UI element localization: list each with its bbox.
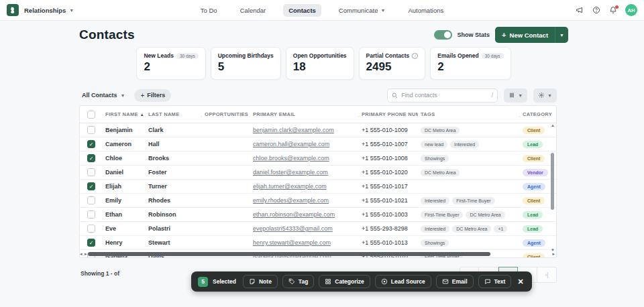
table-row[interactable]: ✓ElijahTurnerelijah.turner@example.com+1… [80, 180, 556, 194]
lead-source-action-button[interactable]: Lead Source [375, 275, 431, 288]
category-badge[interactable]: Client [523, 197, 545, 204]
tag-action-button[interactable]: Tag [282, 275, 314, 288]
tag-pill[interactable]: +1 [494, 225, 507, 233]
category-badge[interactable]: Agent [523, 183, 545, 190]
tab-communicate[interactable]: Communicate▼ [333, 4, 391, 17]
new-contact-button[interactable]: + New Contact [495, 27, 555, 43]
categorize-action-button[interactable]: Categorize [319, 275, 370, 288]
email-link[interactable]: henry.stewart@example.com [253, 239, 331, 246]
email-link[interactable]: elijah.turner@example.com [253, 183, 327, 190]
email-link[interactable]: chloe.brooks@example.com [253, 155, 329, 162]
last-page-button[interactable]: ›| [537, 267, 557, 283]
column-header-primary-email[interactable]: PRIMARY EMAIL [250, 111, 359, 117]
tag-pill[interactable]: Interested [421, 225, 449, 233]
category-badge[interactable]: Agent [523, 239, 545, 247]
row-checkbox[interactable]: ✓ [87, 182, 95, 190]
category-badge[interactable]: Lead [523, 141, 543, 148]
bell-icon[interactable] [608, 6, 617, 15]
new-contact-dropdown-button[interactable]: ▼ [555, 27, 568, 43]
settings-button[interactable]: ▼ [533, 88, 557, 103]
row-checkbox[interactable] [87, 225, 95, 233]
scroll-right-icon[interactable]: ▸ [85, 251, 87, 257]
tag-pill[interactable]: First-Time Buyer [452, 197, 494, 204]
email-link[interactable]: benjamin.clark@example.com [253, 127, 334, 133]
tag-pill[interactable]: First-Time Buyer [421, 211, 463, 219]
select-all-checkbox[interactable] [87, 111, 95, 119]
column-header-category[interactable]: CATEGORY [520, 111, 556, 117]
show-stats-toggle[interactable] [434, 30, 452, 40]
tag-pill[interactable]: Showings [421, 155, 449, 162]
vertical-scroll-thumb[interactable] [551, 153, 554, 210]
tag-pill[interactable]: Interested [450, 141, 479, 148]
megaphone-icon[interactable] [575, 6, 584, 15]
scroll-up-icon[interactable]: ▲ [551, 123, 555, 127]
tag-pill[interactable]: DC Metro Area [421, 169, 460, 176]
app-logo-icon[interactable] [7, 4, 19, 16]
stat-card[interactable]: Open Opportunities18 [286, 47, 354, 80]
row-checkbox[interactable]: ✓ [87, 239, 95, 247]
email-link[interactable]: emily.rhodes@example.com [253, 197, 329, 204]
stat-card[interactable]: Partial Contactsi2495 [359, 47, 426, 80]
stat-card[interactable]: Emails Opened30 days2 [430, 47, 511, 80]
scroll-left-icon[interactable]: ◂ [80, 251, 83, 257]
tag-pill[interactable]: DC Metro Area [466, 211, 504, 219]
tab-automations[interactable]: Automations [402, 4, 449, 17]
row-checkbox[interactable]: ✓ [87, 140, 95, 148]
table-row[interactable]: EmilyRhodesemily.rhodes@example.com+1 55… [80, 194, 556, 208]
view-selector[interactable]: All Contacts ▼ [82, 92, 125, 99]
column-header-primary-phone-number[interactable]: PRIMARY PHONE NUMBER [359, 111, 418, 117]
tag-pill[interactable]: Interested [421, 197, 449, 204]
tag-pill[interactable]: DC Metro Area [452, 225, 491, 233]
column-header-tags[interactable]: TAGS [418, 111, 520, 117]
row-checkbox[interactable]: ✓ [87, 154, 95, 162]
text-action-button[interactable]: Text [478, 275, 512, 288]
row-checkbox[interactable] [87, 196, 95, 204]
tag-pill[interactable]: DC Metro Area [421, 127, 460, 134]
email-action-button[interactable]: Email [436, 275, 474, 288]
tags-cell: InterestedDC Metro Area+1 [418, 225, 520, 233]
info-icon[interactable]: i [412, 53, 418, 59]
search-input[interactable] [401, 92, 488, 99]
category-badge[interactable]: Vendor [523, 169, 548, 176]
stat-card[interactable]: New Leads30 days2 [136, 47, 205, 80]
table-row[interactable]: EthanRobinsonethan.robinson@example.com+… [80, 208, 556, 222]
scroll-right-icon[interactable]: ▸ [552, 251, 555, 257]
email-link[interactable]: daniel.foster@example.com [253, 169, 328, 176]
email-link[interactable]: ethan.robinson@example.com [253, 211, 335, 218]
column-header-last-name[interactable]: LAST NAME [146, 111, 202, 117]
primary-email-cell: chloe.brooks@example.com [250, 155, 359, 162]
tab-to-do[interactable]: To Do [195, 4, 223, 17]
tag-pill[interactable]: new lead [421, 141, 447, 148]
tag-pill[interactable]: Showings [421, 239, 449, 247]
row-checkbox[interactable] [87, 126, 95, 134]
category-badge[interactable]: Lead [523, 211, 543, 219]
tab-calendar[interactable]: Calendar [235, 4, 272, 17]
row-checkbox[interactable] [87, 168, 95, 176]
email-link[interactable]: cameron.hall@example.com [253, 141, 329, 147]
category-badge[interactable]: Lead [523, 225, 543, 233]
column-header-opportunities[interactable]: OPPORTUNITIES [202, 111, 250, 117]
table-row[interactable]: EvePolastrievepolastri54333@gmail.com+1 … [80, 222, 556, 236]
table-row[interactable]: DanielFosterdaniel.foster@example.com+1 … [80, 166, 556, 180]
category-badge[interactable]: Client [523, 127, 545, 134]
email-link[interactable]: evepolastri54333@gmail.com [253, 225, 333, 232]
help-icon[interactable] [592, 6, 600, 15]
note-action-button[interactable]: Note [243, 275, 278, 288]
table-row[interactable]: ✓HenryStewarthenry.stewart@example.com+1… [80, 236, 556, 250]
table-row[interactable]: ✓CameronHallcameron.hall@example.com+1 5… [80, 137, 556, 151]
tab-contacts[interactable]: Contacts [283, 4, 321, 17]
columns-button[interactable]: ▼ [504, 88, 527, 103]
column-header-first-name[interactable]: FIRST NAME▲ [103, 111, 146, 117]
table-row[interactable]: ✓ChloeBrookschloe.brooks@example.com+1 5… [80, 151, 556, 166]
row-checkbox-cell: ✓ [80, 239, 103, 247]
avatar[interactable]: AH [625, 4, 637, 16]
row-checkbox[interactable] [87, 210, 95, 219]
workspace-selector[interactable]: Relationships ▼ [24, 7, 74, 14]
category-badge[interactable]: Client [523, 155, 545, 162]
close-icon[interactable]: ✕ [516, 278, 525, 286]
stat-card[interactable]: Upcoming Birthdays5 [211, 47, 281, 80]
filters-button[interactable]: + Filters [134, 89, 171, 102]
column-label: PRIMARY PHONE NUMBER [362, 111, 418, 117]
table-row[interactable]: BenjaminClarkbenjamin.clark@example.com+… [80, 123, 556, 137]
horizontal-scroll-thumb[interactable] [88, 252, 490, 256]
